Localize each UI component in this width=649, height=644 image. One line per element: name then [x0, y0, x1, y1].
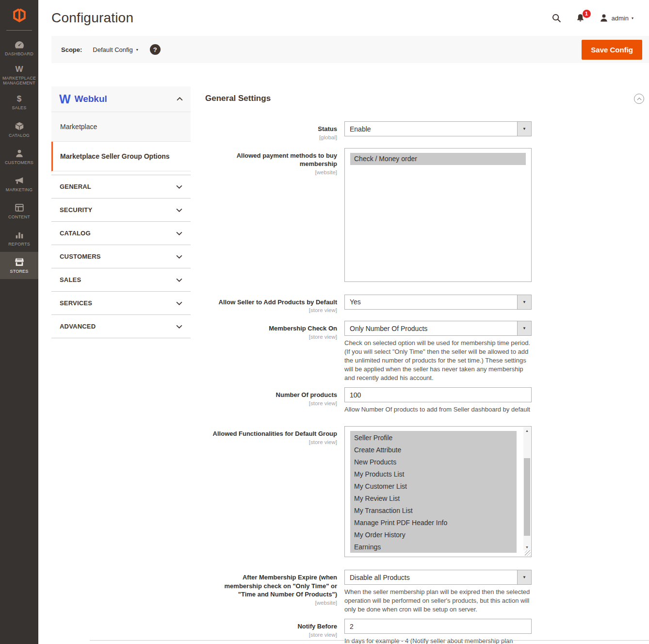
username: admin [612, 15, 629, 22]
field-input-wrap: Only Number Of Products ▼ Check on selec… [344, 321, 532, 382]
help-icon[interactable]: ? [150, 44, 161, 55]
option-create-attribute[interactable]: Create Attribute [350, 444, 517, 456]
option-my-customer-list[interactable]: My Customer List [350, 480, 517, 492]
field-label-wrap: Membership Check On [store view] [205, 321, 344, 382]
catalog-box-icon [15, 121, 24, 131]
field-note: When the seller membership plan will be … [344, 588, 531, 614]
field-scope: [store view] [205, 439, 337, 445]
number-of-products-input[interactable] [344, 387, 532, 402]
section-label: CUSTOMERS [60, 253, 101, 260]
resize-grip[interactable] [525, 550, 531, 556]
user-avatar-icon [599, 13, 609, 23]
page-title: Configuration [51, 10, 133, 26]
field-scope: [website] [205, 169, 337, 175]
option-check-money-order[interactable]: Check / Money order [350, 153, 526, 165]
field-scope: [store view] [205, 307, 337, 313]
chevron-down-icon [176, 278, 182, 282]
field-label: Status [205, 125, 337, 133]
section-label: GENERAL [60, 183, 91, 190]
membership-check-on-select[interactable]: Only Number Of Products ▼ [344, 321, 532, 336]
option-my-products-list[interactable]: My Products List [350, 468, 517, 480]
add-products-default-select[interactable]: Yes ▼ [344, 295, 532, 310]
scroll-up-icon[interactable]: ▲ [523, 427, 531, 434]
sidebar-item-marketing[interactable]: MARKETING [0, 170, 38, 198]
functionalities-multiselect[interactable]: Seller Profile Create Attribute New Prod… [344, 426, 532, 557]
sidebar-item-stores[interactable]: STORES [0, 252, 38, 279]
search-button[interactable] [551, 13, 562, 23]
sidebar-item-dashboard[interactable]: DASHBOARD [0, 34, 38, 62]
sales-dollar-icon: $ [17, 95, 21, 103]
selected-value: Disable all Products [350, 574, 410, 581]
notify-before-input[interactable] [344, 619, 532, 634]
field-row-status: Status [global] Enable ▼ [205, 121, 645, 140]
chevron-up-icon [637, 98, 642, 100]
option-my-transaction-list[interactable]: My Transaction List [350, 504, 517, 516]
scope-selector[interactable]: Default Config ▾ [93, 46, 138, 53]
accordion-section-advanced[interactable]: ADVANCED [51, 315, 191, 338]
scroll-down-icon[interactable]: ▼ [523, 544, 531, 550]
sidebar-item-label: CONTENT [7, 215, 31, 219]
customers-person-icon [15, 149, 24, 158]
sidebar-item-marketplace-management[interactable]: W MARKETPLACE MANAGEMENT [0, 62, 38, 89]
field-note: Check on selected option will be used fo… [344, 339, 531, 382]
sidebar-item-label: CATALOG [8, 133, 31, 138]
selected-value: Yes [350, 298, 361, 306]
field-label-wrap: Allowed Functionalities for Default Grou… [205, 426, 344, 557]
payment-methods-multiselect[interactable]: Check / Money order [344, 148, 532, 282]
multiselect-scrollbar[interactable]: ▲ ▼ [523, 427, 531, 550]
scrollbar-thumb[interactable] [524, 458, 530, 536]
option-my-review-list[interactable]: My Review List [350, 492, 517, 504]
accordion-section-security[interactable]: SECURITY [51, 198, 191, 222]
collapse-section-button[interactable] [634, 94, 644, 104]
sidebar-item-content[interactable]: CONTENT [0, 198, 38, 225]
section-title: General Settings [205, 94, 271, 103]
section-label: CATALOG [60, 230, 91, 237]
field-input-wrap: Seller Profile Create Attribute New Prod… [344, 426, 532, 557]
option-earnings[interactable]: Earnings [350, 541, 517, 553]
field-row-allowed-functionalities: Allowed Functionalities for Default Grou… [205, 426, 645, 557]
field-label: Allow Seller to Add Products by Default [205, 298, 337, 307]
sidebar-item-sales[interactable]: $ SALES [0, 89, 38, 116]
scope-value: Default Config [93, 46, 132, 53]
field-scope: [store view] [205, 632, 337, 638]
after-membership-expire-select[interactable]: Disable all Products ▼ [344, 570, 532, 585]
option-new-products[interactable]: New Products [350, 456, 517, 468]
field-input-wrap: Enable ▼ [344, 121, 532, 140]
selected-value: Enable [350, 125, 371, 133]
section-label: SALES [60, 276, 81, 283]
field-note: Allow Number Of products to add from Sel… [344, 405, 531, 414]
marketplace-management-icon: W [15, 65, 23, 74]
nav-item-marketplace[interactable]: Marketplace [51, 112, 191, 142]
option-manage-print-pdf-header-info[interactable]: Manage Print PDF Header Info [350, 516, 517, 528]
save-config-button[interactable]: Save Config [582, 40, 642, 60]
nav-item-marketplace-seller-group-options[interactable]: Marketplace Seller Group Options [51, 142, 191, 171]
magento-logo-icon [13, 7, 26, 23]
dropdown-caret-icon: ▼ [517, 570, 531, 584]
field-label: Membership Check On [205, 324, 337, 333]
scope-bar: Scope: Default Config ▾ ? Save Config [51, 36, 649, 63]
field-row-payment-methods: Allowed payment methods to buy membershi… [205, 148, 645, 282]
webkul-panel-header[interactable]: W Webkul [51, 86, 191, 112]
sidebar-item-customers[interactable]: CUSTOMERS [0, 143, 38, 170]
magento-logo[interactable] [0, 0, 38, 30]
option-my-order-history[interactable]: My Order History [350, 528, 517, 541]
field-label: Allowed Functionalities for Default Grou… [205, 429, 337, 438]
field-label-wrap: After Membership Expire (when membership… [205, 570, 344, 614]
reports-bars-icon [15, 230, 24, 240]
user-menu[interactable]: admin ▾ [599, 13, 633, 23]
notifications-button[interactable]: 1 [575, 13, 585, 23]
option-seller-profile[interactable]: Seller Profile [350, 431, 517, 444]
accordion-section-catalog[interactable]: CATALOG [51, 222, 191, 245]
content-layout-icon [15, 203, 24, 213]
sidebar-divider [6, 30, 32, 31]
field-row-membership-check-on: Membership Check On [store view] Only Nu… [205, 321, 645, 382]
accordion-section-services[interactable]: SERVICES [51, 292, 191, 315]
field-label: Number Of products [205, 391, 337, 399]
accordion-section-general[interactable]: GENERAL [51, 175, 191, 198]
sidebar-item-reports[interactable]: REPORTS [0, 225, 38, 252]
accordion-section-sales[interactable]: SALES [51, 268, 191, 292]
sidebar-item-catalog[interactable]: CATALOG [0, 116, 38, 143]
status-select[interactable]: Enable ▼ [344, 121, 532, 136]
field-label-wrap: Allowed payment methods to buy membershi… [205, 148, 344, 282]
accordion-section-customers[interactable]: CUSTOMERS [51, 245, 191, 268]
